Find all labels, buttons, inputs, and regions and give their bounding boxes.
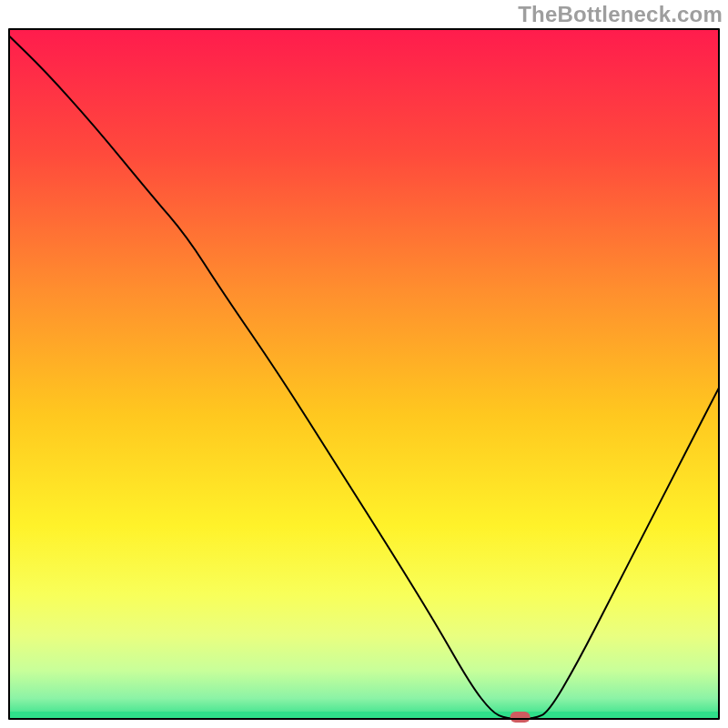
bottleneck-chart-canvas — [0, 0, 728, 728]
watermark-text: TheBottleneck.com — [518, 2, 723, 27]
chart-container: TheBottleneck.com — [0, 0, 728, 728]
